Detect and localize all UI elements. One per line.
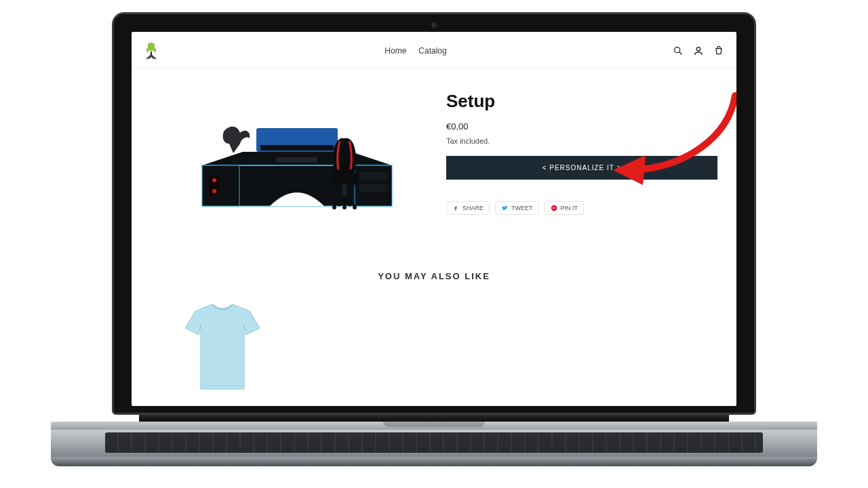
tax-note: Tax included. <box>446 137 717 145</box>
laptop-base-edge <box>51 457 817 466</box>
svg-rect-17 <box>333 172 356 184</box>
laptop-base-top <box>51 422 817 430</box>
product-image <box>175 91 419 240</box>
svg-rect-7 <box>202 165 239 206</box>
svg-rect-15 <box>260 145 334 150</box>
product-info: Setup €0,00 Tax included. < PERSONALIZE … <box>446 91 717 240</box>
facebook-icon <box>452 205 459 211</box>
svg-point-22 <box>353 205 357 209</box>
recommendation-item[interactable] <box>175 298 270 399</box>
svg-rect-16 <box>277 157 317 163</box>
account-icon[interactable] <box>693 45 704 56</box>
recommendations-grid <box>132 281 736 399</box>
personalize-button[interactable]: < PERSONALIZE IT > <box>446 156 717 180</box>
laptop-keyboard <box>51 430 817 457</box>
svg-point-24 <box>551 205 556 211</box>
browser-viewport: Home Catalog <box>132 32 736 406</box>
laptop-hinge <box>139 415 729 422</box>
svg-point-21 <box>332 205 336 209</box>
svg-point-4 <box>675 47 680 53</box>
twitter-icon <box>501 205 508 211</box>
recommendations-heading: YOU MAY ALSO LIKE <box>132 271 736 281</box>
svg-rect-9 <box>359 172 387 180</box>
svg-rect-19 <box>355 174 357 186</box>
svg-point-12 <box>212 178 216 182</box>
svg-rect-1 <box>146 48 149 52</box>
product-title: Setup <box>446 91 717 112</box>
svg-rect-0 <box>148 43 155 51</box>
screen-bezel: Home Catalog <box>112 12 756 415</box>
cart-icon[interactable] <box>713 45 724 56</box>
svg-line-5 <box>679 52 682 54</box>
site-logo[interactable] <box>144 41 159 60</box>
pinterest-icon <box>551 205 557 211</box>
svg-point-23 <box>342 205 347 209</box>
svg-rect-2 <box>154 48 156 52</box>
nav-home[interactable]: Home <box>384 46 406 56</box>
share-facebook[interactable]: SHARE <box>446 201 490 215</box>
social-share-row: SHARE TWEET PIN IT <box>446 201 717 215</box>
chair-logo-icon <box>144 41 159 60</box>
nav-catalog[interactable]: Catalog <box>418 46 446 56</box>
svg-point-13 <box>212 189 216 193</box>
tshirt-image <box>175 298 270 399</box>
share-twitter-label: TWEET <box>511 205 533 211</box>
header-actions <box>673 45 724 56</box>
product-price: €0,00 <box>446 121 717 131</box>
share-pinterest-label: PIN IT <box>561 205 578 211</box>
site-header: Home Catalog <box>132 32 736 68</box>
share-pinterest[interactable]: PIN IT <box>545 201 585 215</box>
svg-point-6 <box>696 47 700 51</box>
primary-nav: Home Catalog <box>384 46 446 56</box>
laptop-mockup: Home Catalog <box>112 12 756 466</box>
product-section: Setup €0,00 Tax included. < PERSONALIZE … <box>132 68 736 253</box>
search-icon[interactable] <box>673 45 684 56</box>
share-facebook-label: SHARE <box>462 205 484 211</box>
svg-rect-18 <box>332 174 334 186</box>
share-twitter[interactable]: TWEET <box>495 201 539 215</box>
svg-rect-10 <box>359 184 387 192</box>
